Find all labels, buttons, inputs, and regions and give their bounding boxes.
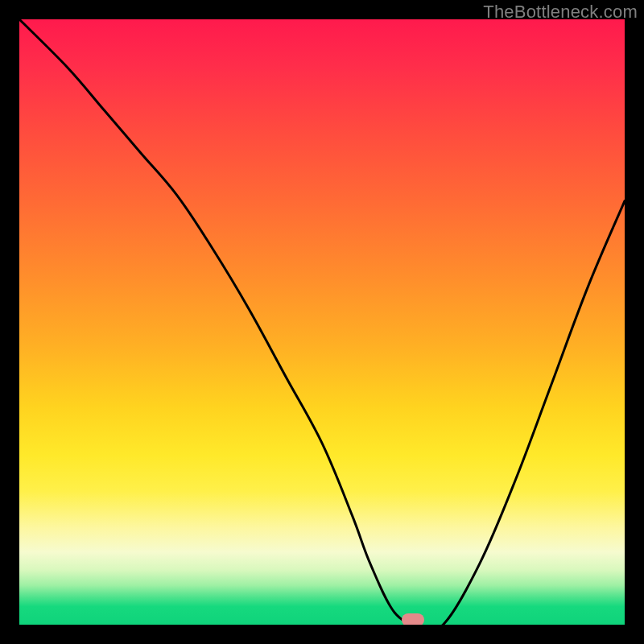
- bottleneck-curve: [19, 19, 625, 625]
- chart-frame: TheBottleneck.com: [0, 0, 644, 644]
- watermark-text: TheBottleneck.com: [483, 2, 638, 23]
- optimal-marker: [402, 613, 424, 625]
- plot-area: [19, 19, 625, 625]
